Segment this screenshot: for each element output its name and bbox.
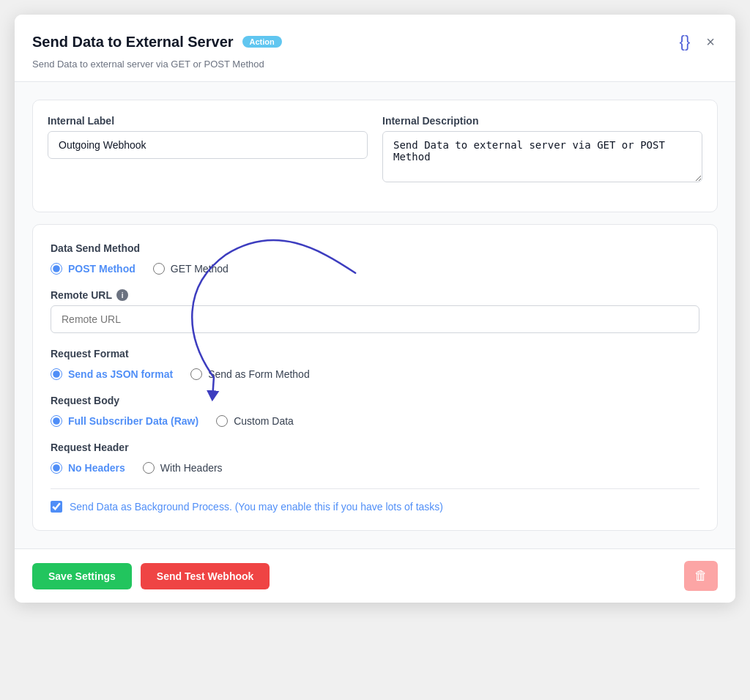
- remote-url-group: Remote URL i: [51, 289, 699, 333]
- background-process-row: Send Data as Background Process. (You ma…: [51, 501, 699, 513]
- top-fields-wrapper: Internal Label Internal Description Send…: [32, 100, 718, 212]
- save-button[interactable]: Save Settings: [32, 563, 132, 589]
- request-body-label: Request Body: [51, 395, 699, 406]
- form-method-option[interactable]: Send as Form Method: [190, 368, 310, 380]
- close-icon: ×: [706, 34, 715, 51]
- modal-subtitle: Send Data to external server via GET or …: [32, 59, 718, 70]
- background-process-checkbox[interactable]: [51, 501, 62, 513]
- custom-data-radio[interactable]: [216, 415, 228, 427]
- close-button[interactable]: ×: [703, 31, 718, 53]
- no-headers-label: No Headers: [68, 462, 125, 474]
- test-webhook-button[interactable]: Send Test Webhook: [141, 563, 270, 589]
- title-left: Send Data to External Server Action: [32, 34, 282, 51]
- request-header-label: Request Header: [51, 442, 699, 453]
- request-format-group: Send as JSON format Send as Form Method: [51, 368, 699, 380]
- request-header-group: No Headers With Headers: [51, 462, 699, 474]
- custom-data-label: Custom Data: [234, 415, 294, 427]
- internal-description-group: Internal Description Send Data to extern…: [382, 115, 702, 182]
- get-method-label: GET Method: [171, 263, 229, 275]
- top-fields: Internal Label Internal Description Send…: [48, 115, 702, 182]
- data-send-method-group: POST Method GET Method: [51, 263, 699, 275]
- modal-title: Send Data to External Server: [32, 34, 234, 51]
- full-data-option[interactable]: Full Subscriber Data (Raw): [51, 415, 198, 427]
- full-data-radio[interactable]: [51, 415, 62, 427]
- modal-container: Send Data to External Server Action {} ×…: [15, 15, 735, 603]
- internal-description-label: Internal Description: [382, 115, 702, 127]
- post-method-label: POST Method: [68, 263, 135, 275]
- post-method-radio[interactable]: [51, 263, 62, 275]
- delete-icon: 🗑: [694, 568, 708, 584]
- get-method-option[interactable]: GET Method: [153, 263, 229, 275]
- modal-footer: Save Settings Send Test Webhook 🗑: [15, 548, 735, 603]
- data-send-method-label: Data Send Method: [51, 242, 699, 254]
- internal-label-label: Internal Label: [48, 115, 368, 127]
- footer-left: Save Settings Send Test Webhook: [32, 563, 270, 589]
- internal-label-group: Internal Label: [48, 115, 368, 182]
- modal-body: Internal Label Internal Description Send…: [15, 82, 735, 548]
- with-headers-radio[interactable]: [143, 462, 155, 474]
- header-icons: {} ×: [677, 29, 718, 54]
- code-button[interactable]: {}: [677, 29, 694, 54]
- internal-description-textarea[interactable]: Send Data to external server via GET or …: [382, 131, 702, 182]
- form-method-radio[interactable]: [190, 368, 202, 380]
- full-data-label: Full Subscriber Data (Raw): [68, 415, 198, 427]
- post-method-option[interactable]: POST Method: [51, 263, 135, 275]
- remote-url-input[interactable]: [51, 305, 699, 333]
- with-headers-option[interactable]: With Headers: [143, 462, 223, 474]
- background-process-label: Send Data as Background Process. (You ma…: [70, 501, 443, 513]
- json-format-label: Send as JSON format: [68, 368, 173, 380]
- main-card: Data Send Method POST Method GET Method …: [32, 224, 718, 531]
- modal-header: Send Data to External Server Action {} ×…: [15, 15, 735, 82]
- title-row: Send Data to External Server Action {} ×: [32, 29, 718, 54]
- info-icon: i: [116, 289, 128, 301]
- with-headers-label: With Headers: [160, 462, 223, 474]
- action-badge: Action: [242, 36, 282, 48]
- no-headers-radio[interactable]: [51, 462, 62, 474]
- remote-url-label: Remote URL: [51, 289, 112, 301]
- delete-button[interactable]: 🗑: [684, 561, 718, 591]
- get-method-radio[interactable]: [153, 263, 165, 275]
- custom-data-option[interactable]: Custom Data: [216, 415, 294, 427]
- internal-label-input[interactable]: [48, 131, 368, 159]
- code-icon: {}: [680, 32, 691, 51]
- request-body-group: Full Subscriber Data (Raw) Custom Data: [51, 415, 699, 427]
- json-format-radio[interactable]: [51, 368, 62, 380]
- form-method-label: Send as Form Method: [208, 368, 310, 380]
- divider: [51, 488, 699, 489]
- no-headers-option[interactable]: No Headers: [51, 462, 125, 474]
- request-format-label: Request Format: [51, 348, 699, 360]
- remote-url-label-row: Remote URL i: [51, 289, 699, 301]
- json-format-option[interactable]: Send as JSON format: [51, 368, 173, 380]
